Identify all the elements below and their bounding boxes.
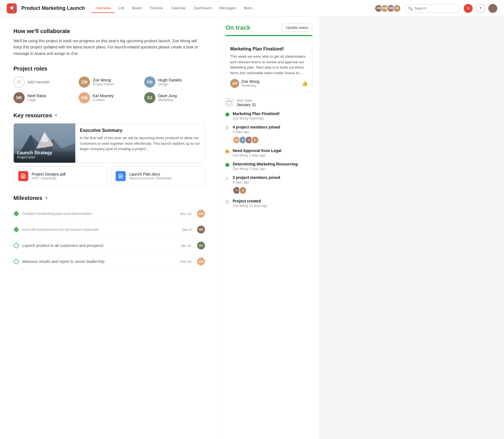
nav-calendar[interactable]: Calendar [167,4,190,13]
milestones-title: Milestones [13,195,42,201]
svg-text:PDF: PDF [22,176,24,178]
milestone-assignee-4: KM [197,258,205,265]
svg-rect-15 [13,243,19,248]
milestone-text-1: Finalize marketing plan and deliverables [22,211,177,216]
add-member-item[interactable]: Add member [13,76,74,88]
pdf-icon: PDF [18,171,28,181]
milestone-assignee-3: DJ [197,242,205,249]
executive-summary-text: In the first half of this year we will b… [80,135,200,152]
due-date-content: Due Date January 31 [237,98,256,107]
avatar-dave: DJ [144,92,155,103]
user-avatar[interactable] [488,4,497,13]
add-member-label: Add member [27,80,50,84]
nav-dashboard[interactable]: Dashboard [190,4,216,13]
milestone-2: Kick off workstreams for all launch mate… [13,222,205,238]
timeline-item-2: 4 project members joined 2 days ago K H … [225,125,312,144]
timeline-title-4: Determining Marketing Resourcing [233,162,298,166]
avatar-zoe: ZW [79,76,90,88]
role-name-dave: Dave Jung [158,94,177,98]
timeline-content-4: Determining Marketing Resourcing Zoe Won… [233,162,298,171]
timeline-title-1: Marketing Plan Finalized! [233,111,280,116]
timeline-icon-5 [225,176,229,180]
header: 📢 Product Marketing Launch Overview List… [0,0,504,17]
team-avatar-4[interactable]: DJ [393,4,401,12]
svg-point-23 [226,177,228,179]
svg-rect-16 [13,259,19,264]
search-input[interactable] [414,6,457,10]
milestone-4: Measure results and report to senior lea… [13,254,205,270]
doc-filename: Launch Plan.docx [129,172,171,176]
member-avatars-group-1: K H N D [233,136,280,144]
member-avatar-6: N [239,186,247,194]
resource-image-subtitle: Project brief [17,155,72,159]
timeline-icon-2 [225,126,229,130]
status-author: ZW Zoe Wong Yesterday 👍 [230,79,308,88]
resource-image-overlay: Launch Strategy Project brief [14,147,75,163]
milestone-icon-3 [13,243,19,248]
nav-messages[interactable]: Messages [215,4,240,13]
role-title-hugh: Design [158,82,182,86]
help-button[interactable]: ? [476,4,485,13]
like-button[interactable]: 👍 [302,80,308,87]
timeline-content-6: Project created Zoe Wong 12 days ago [233,199,267,208]
status-update-text: This week we were able to get all stakeh… [230,54,308,76]
featured-resource-card[interactable]: Launch Strategy Project brief Executive … [13,123,205,163]
milestone-icon-1 [13,211,19,216]
role-title-neel: Legal [27,98,46,102]
timeline-subtitle-3: Zoe Wong 2 days ago [233,153,281,157]
timeline-content-5: 2 project members joined 8 days ago Z N [233,175,280,194]
milestone-assignee-2: NR [197,226,205,233]
nav-more[interactable]: More... [240,4,259,13]
timeline-icon-3 [225,150,229,153]
avatar-neel: NR [13,92,25,103]
timeline-content-3: Need Approval from Legal Zoe Wong 2 days… [233,148,281,157]
team-avatars: ZW KM NR DJ [375,4,401,12]
status-update-card: Marketing Plan Finalized! This week we w… [225,42,312,93]
timeline-item-1: Marketing Plan Finalized! Zoe Wong Yeste… [225,111,312,120]
due-date-item: Due Date January 31 [225,98,312,107]
avatar-kat: KM [79,92,90,103]
nav-list[interactable]: List [115,4,128,13]
role-name-hugh: Hugh Daniels [158,78,182,82]
timeline-item-3: Need Approval from Legal Zoe Wong 2 days… [225,148,312,157]
key-resources-section: Key resources + [13,112,205,186]
milestones-section: Milestones + Finalize marketing plan and… [13,195,205,270]
role-name-zoe: Zoe Wong [93,78,114,82]
timeline-title-5: 2 project members joined [233,175,280,180]
due-date-label: Due Date [237,98,256,102]
doc-filetype: Word Document • Download [129,176,171,180]
timeline-item-5: 2 project members joined 8 days ago Z N [225,175,312,194]
nav-board[interactable]: Board [128,4,146,13]
nav-timeline[interactable]: Timeline [146,4,167,13]
collaborate-description: We'll be using this project to track our… [13,38,205,57]
milestone-icon-4 [13,259,19,264]
milestone-text-4: Measure results and report to senior lea… [22,259,177,264]
file-pdf-info: Project Designs.pdf PDF • Download [32,172,66,180]
timeline-subtitle-1: Zoe Wong Yesterday [233,116,280,120]
status-update-title: Marketing Plan Finalized! [230,46,308,52]
nav-overview[interactable]: Overview [92,4,115,13]
update-status-button[interactable]: Update status [282,24,312,32]
timeline-content-2: 4 project members joined 2 days ago K H … [233,125,280,144]
milestone-1: Finalize marketing plan and deliverables… [13,206,205,222]
resources-title: Key resources [13,112,52,119]
add-milestone-button[interactable]: + [45,195,48,201]
search-bar[interactable]: 🔍 [404,4,460,13]
file-doc[interactable]: Launch Plan.docx Word Document • Downloa… [111,166,205,186]
resource-files: PDF Project Designs.pdf PDF • Download [13,166,205,186]
member-avatar-4: D [251,136,259,144]
milestones-header: Milestones + [13,195,205,201]
resource-image: Launch Strategy Project brief [14,123,75,163]
milestone-date-3: Jan 31 [181,244,192,248]
role-name-kat: Kat Mooney [93,94,114,98]
add-button[interactable]: + [464,4,473,13]
calendar-icon [225,98,233,106]
project-title: Product Marketing Launch [21,5,85,11]
right-sidebar: On track Update status Marketing Plan Fi… [218,17,319,439]
timeline-subtitle-4: Zoe Wong 3 days ago [233,167,298,171]
file-pdf[interactable]: PDF Project Designs.pdf PDF • Download [13,166,108,186]
add-resource-button[interactable]: + [54,112,58,119]
timeline-title-2: 4 project members joined [233,125,280,129]
collaborate-section: How we'll collaborate We'll be using thi… [13,28,205,57]
milestone-date-2: Dec 8 [182,228,192,232]
